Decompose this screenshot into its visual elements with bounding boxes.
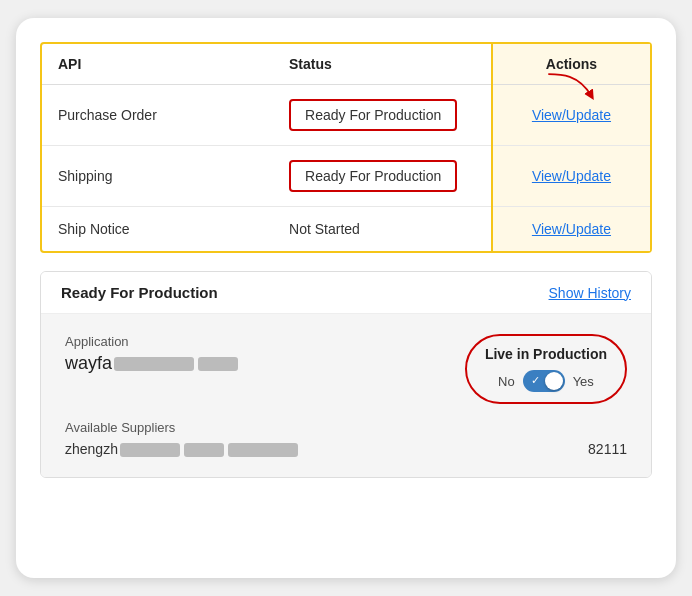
status-badge-highlighted: Ready For Production <box>289 99 457 131</box>
blurred-name-1 <box>114 357 194 371</box>
col-header-status: Status <box>273 44 492 85</box>
view-update-link-2[interactable]: View/Update <box>532 168 611 184</box>
detail-header: Ready For Production Show History <box>41 272 651 314</box>
toggle-yes-label: Yes <box>573 374 594 389</box>
detail-title: Ready For Production <box>61 284 218 301</box>
detail-section: Ready For Production Show History Applic… <box>40 271 652 478</box>
supplier-code: 82111 <box>588 441 627 457</box>
suppliers-label: Available Suppliers <box>65 420 627 435</box>
application-value: wayfa <box>65 353 240 374</box>
supplier-name: zhengzh <box>65 441 300 457</box>
checkmark-icon: ✓ <box>531 374 540 387</box>
view-update-link-1[interactable]: View/Update <box>532 107 611 123</box>
blurred-supplier-2 <box>184 443 224 457</box>
table-row: Shipping Ready For Production View/Updat… <box>42 146 650 207</box>
toggle-switch[interactable]: ✓ <box>523 370 565 392</box>
detail-body: Application wayfa Live in Production No … <box>41 314 651 477</box>
status-badge-highlighted: Ready For Production <box>289 160 457 192</box>
application-row: Application wayfa Live in Production No … <box>65 334 627 404</box>
col-header-api: API <box>42 44 273 85</box>
blurred-supplier-3 <box>228 443 298 457</box>
application-label: Application <box>65 334 240 349</box>
toggle-no-label: No <box>498 374 515 389</box>
toggle-row: No ✓ Yes <box>485 370 607 392</box>
status-cell: Ready For Production <box>273 146 492 207</box>
status-cell-plain: Not Started <box>273 207 492 252</box>
live-production-label: Live in Production <box>485 346 607 362</box>
red-arrow-icon <box>544 69 604 105</box>
main-card: API Status Actions Purchase Order Ready … <box>16 18 676 578</box>
actions-cell: View/Update <box>492 146 650 207</box>
show-history-link[interactable]: Show History <box>549 285 631 301</box>
blurred-name-2 <box>198 357 238 371</box>
table-row: Purchase Order Ready For Production <box>42 85 650 146</box>
application-name-text: wayfa <box>65 353 112 373</box>
api-name-cell: Ship Notice <box>42 207 273 252</box>
live-production-oval: Live in Production No ✓ Yes <box>465 334 627 404</box>
blurred-supplier-1 <box>120 443 180 457</box>
supplier-row: zhengzh 82111 <box>65 441 627 457</box>
api-name-cell: Shipping <box>42 146 273 207</box>
live-production-box: Live in Production No ✓ Yes <box>465 334 627 404</box>
api-name-cell: Purchase Order <box>42 85 273 146</box>
actions-cell: View/Update <box>492 85 650 146</box>
suppliers-section: Available Suppliers zhengzh 82111 <box>65 420 627 457</box>
table-row: Ship Notice Not Started View/Update <box>42 207 650 252</box>
application-info: Application wayfa <box>65 334 240 374</box>
api-table: API Status Actions Purchase Order Ready … <box>42 44 650 251</box>
supplier-name-text: zhengzh <box>65 441 118 457</box>
toggle-knob <box>545 372 563 390</box>
view-update-link-3[interactable]: View/Update <box>532 221 611 237</box>
api-table-section: API Status Actions Purchase Order Ready … <box>40 42 652 253</box>
status-cell: Ready For Production <box>273 85 492 146</box>
actions-cell: View/Update <box>492 207 650 252</box>
